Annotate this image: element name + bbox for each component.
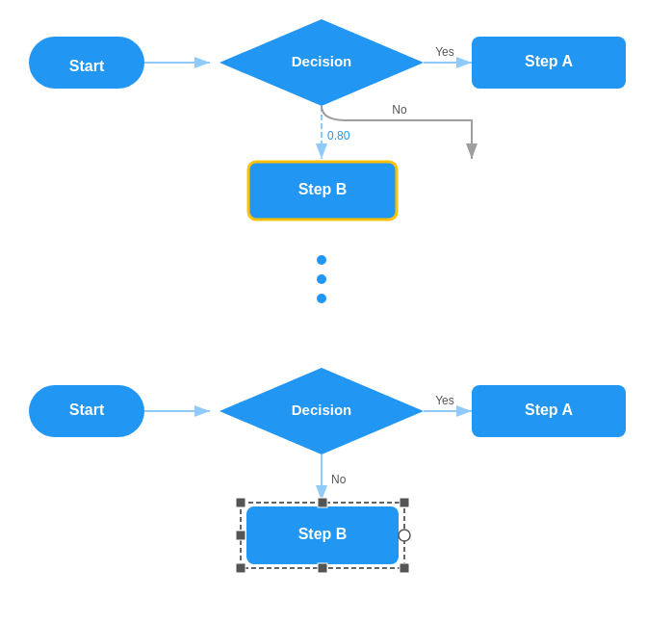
bottom-yes-label: Yes — [435, 394, 454, 407]
bottom-stepb-label: Step B — [298, 526, 348, 542]
dot3 — [317, 294, 326, 303]
handle-bc[interactable] — [318, 563, 327, 573]
top-probability-label: 0.80 — [327, 129, 350, 143]
top-start-label: Start — [69, 58, 105, 74]
bottom-no-label: No — [331, 473, 347, 486]
handle-ml[interactable] — [236, 531, 246, 540]
dot1 — [317, 255, 326, 265]
handle-br[interactable] — [400, 563, 409, 573]
top-yes-label: Yes — [435, 45, 454, 59]
bottom-start-label: Start — [69, 402, 105, 418]
bottom-decision-label: Decision — [292, 402, 352, 418]
top-stepb-label: Step B — [298, 181, 348, 197]
dot2 — [317, 274, 326, 284]
handle-tc[interactable] — [318, 498, 327, 507]
top-no-label: No — [392, 103, 407, 117]
bottom-stepa-label: Step A — [525, 402, 574, 418]
handle-tr[interactable] — [400, 498, 409, 507]
handle-bl[interactable] — [236, 563, 246, 573]
top-stepa-label: Step A — [525, 53, 574, 69]
top-decision-label: Decision — [292, 53, 352, 69]
handle-mr-port[interactable] — [399, 530, 410, 541]
handle-tl[interactable] — [236, 498, 246, 507]
